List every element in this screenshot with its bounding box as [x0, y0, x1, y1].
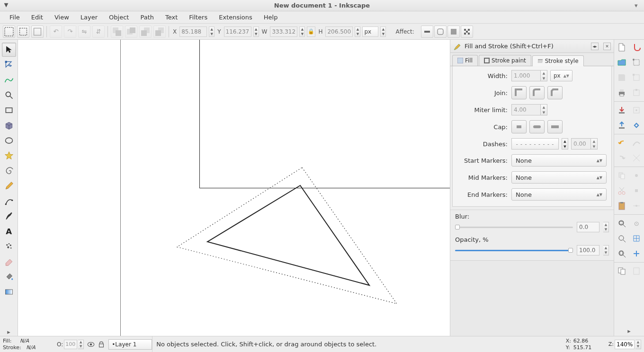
lock-layer-icon[interactable] — [97, 340, 106, 349]
tool-selector[interactable] — [2, 43, 16, 57]
tool-pencil[interactable] — [2, 179, 16, 193]
h-input[interactable] — [325, 26, 353, 37]
tool-star[interactable] — [2, 149, 16, 163]
dash-offset-input[interactable] — [571, 138, 591, 150]
toolbox-more-icon[interactable]: ▸ — [3, 327, 15, 336]
menu-view[interactable]: View — [50, 12, 74, 22]
affect-gradient-button[interactable] — [447, 26, 460, 38]
snap-node-cusp[interactable] — [629, 168, 644, 183]
rotate-cw-button[interactable]: ↷ — [64, 26, 76, 38]
select-all-layers-button[interactable] — [3, 26, 15, 38]
blur-spinner[interactable]: ▲▼ — [603, 222, 609, 232]
paste-button[interactable] — [614, 198, 629, 213]
miter-spinner[interactable]: ▲▼ — [541, 104, 547, 115]
cap-square-button[interactable] — [547, 120, 563, 133]
start-markers-select[interactable]: None▲▼ — [511, 154, 607, 167]
menu-filters[interactable]: Filters — [184, 12, 212, 22]
tool-zoom[interactable] — [2, 88, 16, 102]
tool-text[interactable]: A — [2, 224, 16, 238]
print-button[interactable] — [614, 85, 629, 100]
opacity-slider[interactable] — [455, 248, 573, 253]
join-bevel-button[interactable] — [547, 86, 563, 99]
rotate-ccw-button[interactable]: ↶ — [50, 26, 62, 38]
menu-extensions[interactable]: Extensions — [214, 12, 257, 22]
h-spinner[interactable]: ▲▼ — [355, 26, 360, 37]
snap-grid[interactable] — [629, 231, 644, 246]
tool-tweak[interactable] — [2, 73, 16, 87]
blur-value[interactable]: 0.0 — [577, 222, 599, 232]
menu-path[interactable]: Path — [135, 12, 159, 22]
unit-spinner[interactable]: ▲▼ — [380, 26, 386, 37]
zoom-spinner[interactable]: ▲▼ — [635, 340, 641, 349]
select-all-button[interactable] — [17, 26, 29, 38]
tool-eraser[interactable] — [2, 255, 16, 269]
w-input[interactable] — [270, 26, 297, 37]
raise-button[interactable] — [125, 26, 137, 38]
snap-line-mid[interactable] — [629, 198, 644, 213]
import-button[interactable] — [614, 103, 629, 118]
layer-select[interactable]: • Layer 1 — [108, 339, 152, 350]
affect-stroke-button[interactable] — [421, 26, 433, 38]
redo-button[interactable] — [614, 150, 629, 166]
visibility-icon[interactable] — [87, 340, 95, 349]
w-spinner[interactable]: ▲▼ — [299, 26, 305, 37]
master-opacity-input[interactable] — [64, 340, 77, 349]
tool-paintbucket[interactable] — [2, 270, 16, 284]
dash-pattern-spinner[interactable]: ▲▼ — [562, 138, 568, 150]
snap-bbox-edge[interactable] — [629, 85, 644, 100]
snap-10[interactable]: ⊙ — [629, 216, 644, 231]
tab-stroke-style[interactable]: Stroke style — [532, 55, 584, 66]
snap-guides[interactable] — [629, 246, 644, 261]
x-spinner[interactable]: ▲▼ — [209, 26, 215, 37]
menu-edit[interactable]: Edit — [27, 12, 48, 22]
save-button[interactable] — [614, 70, 629, 85]
flip-h-button[interactable]: ⇋ — [78, 26, 90, 38]
unit-select[interactable]: px — [362, 26, 378, 37]
tool-3dbox[interactable] — [2, 118, 16, 132]
cap-round-button[interactable] — [529, 120, 545, 133]
dock-collapse-button[interactable]: ◂▸ — [591, 43, 599, 50]
tool-ellipse[interactable] — [2, 133, 16, 148]
join-round-button[interactable] — [529, 86, 545, 99]
tool-node[interactable] — [2, 58, 16, 72]
opacity-spinner[interactable]: ▲▼ — [603, 245, 609, 255]
y-input[interactable] — [224, 26, 251, 37]
tab-fill[interactable]: Fill — [452, 55, 478, 66]
menu-file[interactable]: File — [5, 12, 25, 22]
copy-button[interactable] — [614, 168, 629, 183]
width-input[interactable] — [511, 70, 541, 81]
lower-button[interactable] — [139, 26, 152, 38]
zoom-fit-button[interactable] — [614, 216, 629, 231]
lower-bottom-button[interactable] — [153, 26, 166, 38]
canvas[interactable] — [18, 40, 450, 336]
snap-toggle[interactable] — [629, 40, 644, 55]
raise-top-button[interactable] — [111, 26, 123, 38]
dash-pattern-select[interactable]: - - - - - - - - - — [511, 138, 559, 150]
snap-node[interactable] — [629, 118, 644, 133]
deselect-button[interactable] — [31, 26, 44, 38]
join-miter-button[interactable] — [511, 86, 527, 99]
snap-bbox-corner[interactable] — [629, 70, 644, 85]
snap-bbox[interactable] — [629, 55, 644, 70]
tool-gradient[interactable] — [2, 285, 16, 299]
cmdbar-more-icon[interactable]: ▸ — [614, 326, 644, 336]
cap-butt-button[interactable] — [511, 120, 527, 133]
cut-button[interactable] — [614, 183, 629, 198]
new-button[interactable] — [614, 40, 629, 55]
y-spinner[interactable]: ▲▼ — [253, 26, 259, 37]
affect-corners-button[interactable] — [434, 26, 447, 38]
flip-v-button[interactable]: ⇵ — [92, 26, 105, 38]
menu-layer[interactable]: Layer — [76, 12, 102, 22]
tool-rect[interactable] — [2, 103, 16, 117]
dash-offset-spinner[interactable]: ▲▼ — [591, 138, 598, 150]
mid-markers-select[interactable]: None▲▼ — [511, 171, 607, 184]
snap-bbox-mid[interactable] — [629, 103, 644, 118]
tab-stroke-paint[interactable]: Stroke paint — [479, 55, 531, 66]
minimize-icon[interactable]: ▾ — [635, 2, 641, 9]
tool-calligraphy[interactable] — [2, 209, 16, 223]
zoom-page-button[interactable] — [614, 246, 629, 261]
menu-text[interactable]: Text — [161, 12, 182, 22]
tool-spiral[interactable] — [2, 164, 16, 178]
miter-input[interactable] — [511, 104, 541, 115]
duplicate-button[interactable] — [614, 264, 629, 279]
